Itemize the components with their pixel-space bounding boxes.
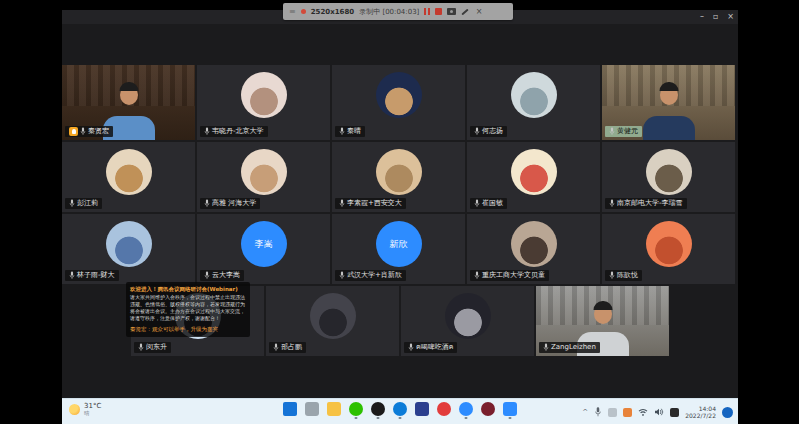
participant-label: 高雅 河海大学 bbox=[200, 198, 260, 209]
participant-tile[interactable]: 秦贤宏 bbox=[62, 65, 195, 140]
muted-mic-icon bbox=[339, 127, 345, 136]
raised-hand-icon bbox=[69, 127, 78, 136]
start-icon[interactable] bbox=[283, 402, 297, 416]
participant-tile[interactable]: 南京邮电大学-李瑞雪 bbox=[602, 142, 735, 212]
running-indicator-dot bbox=[377, 417, 380, 419]
participant-tile[interactable]: 陈歆悦 bbox=[602, 214, 735, 284]
participant-name: 重庆工商大学文贝童 bbox=[482, 270, 545, 281]
participant-tile[interactable]: 韦晓丹-北京大学 bbox=[197, 65, 330, 140]
participant-name: 何志扬 bbox=[482, 126, 503, 137]
person-body bbox=[643, 116, 695, 140]
participant-name: 陈歆悦 bbox=[617, 270, 638, 281]
blue-square-app-icon[interactable] bbox=[415, 402, 429, 416]
meeting-icon[interactable] bbox=[459, 402, 473, 416]
tile-row: 秦贤宏韦晓丹-北京大学秦晴何志扬黄健元 bbox=[62, 65, 738, 140]
avatar bbox=[376, 72, 422, 118]
running-indicator-dot bbox=[465, 417, 468, 419]
folder-icon[interactable] bbox=[327, 402, 341, 416]
participant-tile[interactable]: 彭江莉 bbox=[62, 142, 195, 212]
red-round-app-icon[interactable] bbox=[437, 402, 451, 416]
participant-tile[interactable]: 林子雨-财大 bbox=[62, 214, 195, 284]
participant-tile[interactable]: 何志扬 bbox=[467, 65, 600, 140]
muted-mic-icon bbox=[339, 271, 345, 280]
participant-tile[interactable]: 邵占鹏 bbox=[266, 286, 399, 356]
participant-tile[interactable]: 李嵩云大李嵩 bbox=[197, 214, 330, 284]
muted-mic-icon bbox=[609, 127, 615, 136]
wechat-icon[interactable] bbox=[349, 402, 363, 416]
stop-recording-button[interactable] bbox=[435, 8, 442, 15]
notification-icon[interactable] bbox=[722, 407, 733, 418]
taskbar-clock[interactable]: 14:04 2022/7/22 bbox=[685, 405, 716, 419]
participant-tile[interactable]: 高雅 河海大学 bbox=[197, 142, 330, 212]
maximize-button[interactable]: ▫ bbox=[713, 11, 718, 23]
chat-welcome-header: 欢迎进入！腾讯会议网络研讨会(Webinar) bbox=[130, 285, 246, 293]
muted-mic-icon bbox=[204, 271, 210, 280]
window-controls: – ▫ × bbox=[700, 11, 734, 23]
meeting-window-titlebar: – ▫ × ≡ 2520x1680 录制中 [00:04:03] × bbox=[62, 10, 738, 24]
screenshot-camera-button[interactable] bbox=[447, 8, 456, 15]
weather-condition: 晴 bbox=[84, 410, 101, 417]
taskbar-app-icons bbox=[283, 402, 517, 416]
participant-name: 闵东升 bbox=[146, 342, 167, 353]
recorder-menu-icon[interactable]: ≡ bbox=[289, 7, 296, 16]
participant-label: ZangLeizhen bbox=[539, 342, 600, 353]
participant-tile[interactable]: 重庆工商大学文贝童 bbox=[467, 214, 600, 284]
participant-tile[interactable]: 秦晴 bbox=[332, 65, 465, 140]
recording-indicator-icon bbox=[301, 9, 306, 14]
volume-icon[interactable] bbox=[654, 408, 664, 416]
edge-icon[interactable] bbox=[393, 402, 407, 416]
avatar bbox=[241, 149, 287, 195]
participant-tile[interactable]: 崔国敏 bbox=[467, 142, 600, 212]
weather-widget[interactable]: 31°C 晴 bbox=[69, 402, 101, 417]
participant-tile[interactable]: ZangLeizhen bbox=[536, 286, 669, 356]
tile-row: 彭江莉高雅 河海大学李素霞+西安交大崔国敏南京邮电大学-李瑞雪 bbox=[62, 142, 738, 212]
participant-name: 邵占鹏 bbox=[281, 342, 302, 353]
muted-mic-icon bbox=[204, 199, 210, 208]
tray-expand-chevron[interactable]: ^ bbox=[582, 408, 588, 416]
running-indicator-dot bbox=[355, 417, 358, 419]
security-app-tray-icon[interactable] bbox=[623, 408, 632, 417]
search-icon[interactable] bbox=[305, 402, 319, 416]
participant-name: 高雅 河海大学 bbox=[212, 198, 256, 209]
minimize-button[interactable]: – bbox=[700, 11, 704, 23]
participant-tile[interactable]: 李素霞+西安交大 bbox=[332, 142, 465, 212]
participant-label: 闵东升 bbox=[134, 342, 171, 353]
participant-label: 彭江莉 bbox=[65, 198, 102, 209]
participant-label: 邵占鹏 bbox=[269, 342, 306, 353]
muted-mic-icon bbox=[543, 343, 549, 352]
participant-name: 崔国敏 bbox=[482, 198, 503, 209]
battery-icon[interactable] bbox=[670, 408, 679, 417]
avatar bbox=[511, 72, 557, 118]
avatar bbox=[646, 149, 692, 195]
zoom-icon[interactable] bbox=[503, 402, 517, 416]
dark-red-app-icon[interactable] bbox=[481, 402, 495, 416]
wifi-icon[interactable] bbox=[638, 408, 648, 416]
participant-tile[interactable]: 黄健元 bbox=[602, 65, 735, 140]
qq-icon[interactable] bbox=[371, 402, 385, 416]
recording-status: 录制中 [00:04:03] bbox=[359, 7, 419, 17]
participant-name: 秦贤宏 bbox=[88, 126, 109, 137]
chat-host-message: 秦贤宏：观众可以举手，升级为嘉宾 bbox=[130, 325, 246, 333]
participant-label: 秦晴 bbox=[335, 126, 365, 137]
avatar bbox=[511, 149, 557, 195]
participant-tile[interactable]: 新欣武汉大学+肖新欣 bbox=[332, 214, 465, 284]
participant-label: 重庆工商大学文贝童 bbox=[470, 270, 549, 281]
annotate-pen-button[interactable] bbox=[461, 8, 468, 15]
meeting-video-area: 秦贤宏韦晓丹-北京大学秦晴何志扬黄健元彭江莉高雅 河海大学李素霞+西安交大崔国敏… bbox=[62, 24, 738, 398]
participant-label: 云大李嵩 bbox=[200, 270, 244, 281]
mic-tray-icon[interactable] bbox=[594, 407, 602, 417]
participant-name: 秦晴 bbox=[347, 126, 361, 137]
close-button[interactable]: × bbox=[727, 11, 734, 23]
participant-name: 林子雨-财大 bbox=[77, 270, 115, 281]
pause-recording-button[interactable] bbox=[424, 8, 430, 15]
participant-label: 南京邮电大学-李瑞雪 bbox=[605, 198, 687, 209]
speaker-tray-icon[interactable] bbox=[608, 408, 617, 417]
recorder-close-button[interactable]: × bbox=[476, 7, 483, 16]
participant-label: 林子雨-财大 bbox=[65, 270, 119, 281]
participant-tile[interactable]: ฅ喝啤吃酒ฅ bbox=[401, 286, 534, 356]
muted-mic-icon bbox=[474, 127, 480, 136]
chat-overlay: 欢迎进入！腾讯会议网络研讨会(Webinar) 请大家共同维护入会秩序，会议过程… bbox=[126, 282, 250, 337]
recording-resolution: 2520x1680 bbox=[311, 8, 354, 16]
avatar bbox=[106, 221, 152, 267]
participant-label: 李素霞+西安交大 bbox=[335, 198, 406, 209]
